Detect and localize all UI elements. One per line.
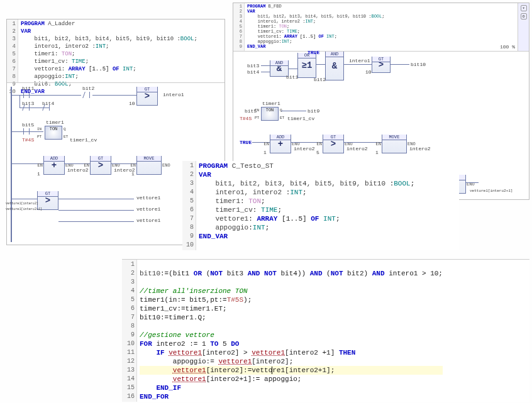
block-symbol: > <box>145 92 150 101</box>
label-bit2: bit2 <box>82 86 94 91</box>
pin-en: EN <box>84 163 89 168</box>
pin-eno: ENO <box>162 163 170 168</box>
block-ton-1[interactable]: TON <box>45 126 62 140</box>
editor-c-declarations[interactable]: 12345678910 PROGRAM C_Testo_ST VAR bit1,… <box>182 161 459 250</box>
wire <box>261 72 270 72</box>
editor-b-declarations[interactable]: 123456789 PROGRAM B_FBD VAR bit1, bit2, … <box>233 3 529 51</box>
block-ton-b[interactable]: TON <box>261 107 279 121</box>
wire <box>344 64 372 65</box>
wire <box>12 131 43 132</box>
label-vett-a: vettore1[intero2] <box>6 202 38 206</box>
wire <box>261 65 270 66</box>
pin-en: EN <box>264 141 269 146</box>
block-header: MOVE <box>137 156 161 162</box>
pin-et: ET <box>64 135 68 139</box>
editor-a-gutter: 12345678910 <box>7 19 18 82</box>
label-intero1: intero1 <box>349 58 370 63</box>
editor-b-gutter: 123456789 <box>233 3 245 51</box>
block-gt-b2[interactable]: GT > EN ENO <box>323 135 344 153</box>
wire <box>58 210 134 211</box>
block-add-b[interactable]: ADD + EN ENO <box>270 135 291 153</box>
collapse-icon[interactable]: ▾ <box>521 5 527 11</box>
pin-pt: PT <box>255 116 259 120</box>
pin-en: EN <box>317 141 322 146</box>
label-bit3: bit3 <box>247 63 259 69</box>
label-intero2: intero2 <box>346 146 368 152</box>
editor-c-decl-code[interactable]: PROGRAM C_Testo_ST VAR bit1, bit2, bit3,… <box>196 161 417 250</box>
wire <box>466 182 479 183</box>
block-move-1[interactable]: MOVE EN ENO <box>136 156 162 175</box>
wire <box>391 64 409 65</box>
tool-icon[interactable]: ⚙ <box>521 13 527 19</box>
block-header: TON <box>262 108 278 113</box>
label-bit5: bit5 <box>22 122 34 128</box>
wire <box>281 111 306 111</box>
editor-b-scrollbar[interactable]: ▾ ⚙ <box>518 3 529 51</box>
label-timer1cv: timer1_cv <box>287 116 314 121</box>
block-header: GT <box>38 191 58 197</box>
block-header: MOVE <box>382 135 406 140</box>
label-bit2: bit2 <box>314 77 326 82</box>
label-timer1: timer1 <box>262 101 280 106</box>
label-intero1: intero1 <box>163 92 184 97</box>
wire <box>19 95 20 108</box>
editor-c-body[interactable]: 12345678910111213141516 bit10:=(bit1 OR … <box>122 259 529 402</box>
block-symbol: > <box>331 140 336 148</box>
block-header: GT <box>137 87 157 92</box>
wire <box>58 221 134 222</box>
label-intero2: intero2 <box>294 146 315 152</box>
label-1: 1 <box>131 171 135 177</box>
wire <box>58 199 134 199</box>
pin-en: EN <box>376 141 381 146</box>
block-symbol: + <box>52 161 57 170</box>
pin-in: IN <box>37 127 42 131</box>
label-vettore1: vettore1 <box>136 195 160 201</box>
contact-bit3[interactable] <box>21 104 32 111</box>
editor-c-decl-gutter: 12345678910 <box>182 161 196 250</box>
block-move-b1[interactable]: MOVE EN ENO <box>382 135 407 153</box>
label-etval: timer1_cv <box>70 137 97 143</box>
block-and-mid[interactable]: AND & <box>325 52 344 80</box>
block-add-1[interactable]: ADD + EN ENO <box>43 156 65 175</box>
label-1: 1 <box>375 150 379 155</box>
pin-en: EN <box>131 163 136 168</box>
label-ptval: T#4S <box>22 137 34 143</box>
block-gt-1[interactable]: GT > <box>136 87 158 106</box>
pin-et: ET <box>280 116 284 120</box>
wire <box>289 69 297 69</box>
label-10: 10 <box>365 69 372 75</box>
block-symbol: > <box>98 161 103 170</box>
block-gt-2[interactable]: GT > EN ENO <box>90 156 111 175</box>
contact-bit4[interactable] <box>41 104 52 111</box>
block-symbol: > <box>45 196 50 205</box>
wire <box>92 95 136 96</box>
wire <box>12 199 37 199</box>
editor-b-code[interactable]: PROGRAM B_FBD VAR bit1, bit2, bit3, bit4… <box>245 3 387 51</box>
label-timer1: timer1 <box>46 119 64 125</box>
pin-pt: PT <box>37 135 42 139</box>
label-vettore1: vettore1 <box>136 206 160 212</box>
label-vettore1: vettore1 <box>136 218 160 223</box>
label-bit1: bit1 <box>22 86 34 91</box>
label-const10: 10 <box>129 101 135 106</box>
block-header: TON <box>45 126 62 131</box>
wire <box>316 64 325 65</box>
block-gt-b1[interactable]: GT > <box>372 57 391 73</box>
label-bit4: bit4 <box>247 69 259 75</box>
block-symbol: + <box>278 140 283 148</box>
block-header: GT <box>91 156 111 162</box>
block-header: ADD <box>44 156 64 162</box>
label-ptval: T#4S <box>240 116 252 121</box>
contact-bit2[interactable] <box>81 92 92 98</box>
label-vett-b: vettore1[intero2+1] <box>6 207 42 211</box>
label-intero2: intero2 <box>67 167 89 173</box>
editor-a-declarations[interactable]: 12345678910 PROGRAM A_Ladder VAR bit1, b… <box>7 19 224 82</box>
block-or[interactable]: OR ≥1 <box>297 53 316 78</box>
editor-a-code[interactable]: PROGRAM A_Ladder VAR bit1, bit2, bit3, b… <box>18 19 200 82</box>
label-intero2: intero2 <box>409 146 431 152</box>
label-1: 1 <box>37 171 40 177</box>
editor-c-body-code[interactable]: bit10:=(bit1 OR (NOT bit3 AND NOT bit4))… <box>137 260 445 402</box>
zoom-level[interactable]: 100 % <box>500 44 515 50</box>
block-header: GT <box>372 57 390 62</box>
block-header: ADD <box>270 135 291 140</box>
